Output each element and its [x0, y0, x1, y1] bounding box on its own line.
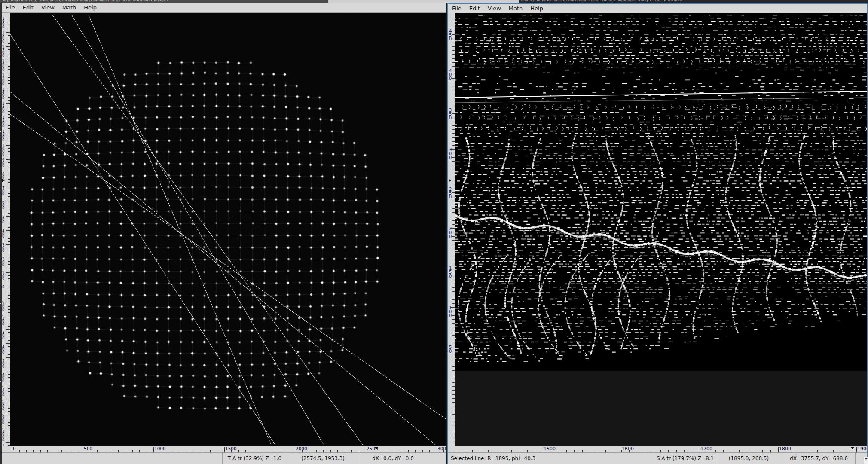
status-mode: S A tr (179.7%) Z=8.1	[655, 453, 715, 464]
menu-item-file[interactable]: File	[6, 4, 15, 11]
left-status-bar: T A tr (32.9%) Z=1.0 (2574.5, 1953.3) dX…	[2, 452, 446, 464]
menu-item-edit[interactable]: Edit	[469, 5, 480, 12]
ruler-label: - 1 0 0	[2, 300, 4, 311]
left-horizontal-ruler: 050010001500200025003000	[2, 446, 446, 452]
menu-item-help[interactable]: Help	[530, 5, 543, 12]
ruler-label: 1 1 0 0	[2, 130, 4, 141]
ruler-label: 3 0 0	[2, 244, 4, 252]
ruler-label: 4 0 0	[2, 229, 4, 238]
ruler-label: 2 0 0	[2, 258, 4, 266]
menu-item-math[interactable]: Math	[509, 5, 523, 12]
ruler-label: 1 4 0 0	[2, 88, 4, 99]
cursor-position-marker	[375, 447, 378, 449]
status-delta: dX=0.0, dY=0.0	[359, 453, 427, 464]
status-selection: Selected line: R=1895, phi=40.3	[448, 453, 655, 464]
ruler-label: 9 0 0	[2, 159, 4, 167]
ruler-label: - 5 0 0	[2, 357, 4, 368]
ruler-label: - 3 0 0	[2, 328, 4, 339]
ruler-label: 1 3 0 0	[2, 102, 4, 113]
ruler-label: 1 0 0	[449, 306, 452, 317]
menu-item-view[interactable]: View	[41, 4, 55, 11]
ruler-label: 3 5 0	[449, 109, 452, 120]
ruler-label: 2 0 0	[449, 227, 452, 238]
desktop: = [eddy.eighteen]: /Docs/CAO/PTA/Hartman…	[0, 0, 868, 464]
empty-canvas-background	[455, 371, 867, 446]
ruler-label: 1 6 0 0	[2, 60, 4, 71]
ruler-label: 3 0 0	[449, 148, 452, 159]
ruler-label: - 7 0 0	[2, 385, 4, 396]
ruler-label: 4 0 0	[449, 69, 452, 80]
right-vertical-ruler: 4 5 04 0 03 5 03 0 02 5 02 0 01 5 01 0 0…	[448, 13, 455, 446]
ruler-label: 0	[2, 286, 4, 289]
ruler-label: - 2 0 0	[2, 314, 4, 325]
ruler-label: 6 0 0	[2, 201, 4, 210]
status-mode: T A tr (32.9%) Z=1.0	[222, 453, 287, 464]
ruler-label: 1700	[700, 446, 712, 452]
cursor-position-marker	[2, 179, 5, 182]
ruler-label: 1 5 0 0	[2, 74, 4, 85]
transform-image[interactable]	[455, 13, 867, 371]
ruler-label: 1500	[544, 446, 556, 452]
left-window: FileEditViewMathHelp 1 9 0 01 8 0 01 7 0…	[2, 3, 446, 464]
menu-item-math[interactable]: Math	[62, 4, 76, 11]
ruler-label: 4 5 0	[449, 30, 452, 41]
ruler-label: 0	[13, 446, 16, 451]
ruler-label: 1900	[857, 446, 867, 452]
ruler-label: - 6 0 0	[2, 371, 4, 382]
cursor-position-marker	[851, 447, 854, 449]
ruler-label: - 4 0 0	[2, 342, 4, 354]
status-coordinates: (2574.5, 1953.3)	[287, 453, 359, 464]
ruler-label: 2000	[296, 446, 307, 451]
ruler-label: - 9 0 0	[2, 413, 4, 424]
menu-item-edit[interactable]: Edit	[23, 4, 34, 11]
left-menubar: FileEditViewMathHelp	[2, 3, 446, 13]
ruler-label: 1600	[622, 446, 634, 452]
right-horizontal-ruler: 15001600170018001900	[448, 446, 867, 452]
ruler-label: 2 5 0	[449, 188, 452, 199]
left-vertical-ruler: 1 9 0 01 8 0 01 7 0 01 6 0 01 5 0 01 4 0…	[2, 13, 10, 446]
ruler-label: 1 0 0 0	[2, 144, 4, 156]
right-window: FileEditViewMathHelp 4 5 04 0 03 5 03 0 …	[447, 3, 868, 464]
right-menubar: FileEditViewMathHelp	[448, 4, 867, 13]
ruler-label: 1 7 0 0	[2, 46, 4, 57]
status-delta: dX=3755.7, dY=688.6	[782, 453, 855, 464]
ruler-label: 1 8 0 0	[2, 31, 4, 43]
right-status-bar: Selected line: R=1895, phi=40.3 S A tr (…	[448, 452, 867, 464]
ruler-label: 1000	[154, 446, 166, 451]
ruler-label: 1 0 0	[2, 272, 4, 280]
menu-item-view[interactable]: View	[488, 5, 501, 12]
ruler-label: 5 0 0	[2, 215, 4, 224]
menu-item-help[interactable]: Help	[84, 4, 97, 11]
ruler-label: 1 5 0	[449, 267, 452, 278]
ruler-label: 500	[84, 446, 92, 451]
ruler-label: - 8 0 0	[2, 399, 4, 410]
left-window-title-text: = [eddy.eighteen]: /Docs/CAO/PTA/Hartman…	[3, 0, 328, 2]
ruler-label: - 1 1 0 0	[2, 441, 4, 446]
ruler-label: - 1 0 0 0	[2, 427, 4, 441]
background-window-title-text: /home/eddy/Docs/CAO/Education/Lectures/K…	[521, 0, 868, 2]
menu-item-file[interactable]: File	[452, 5, 462, 12]
background-window-peek: T	[864, 457, 868, 464]
cursor-position-marker	[449, 179, 451, 182]
ruler-label: 1 9 0 0	[2, 17, 4, 28]
ruler-label: 7 0 0	[2, 187, 4, 195]
ruler-label: 3000	[437, 446, 446, 451]
status-coordinates: (1895.0, 260.5)	[715, 453, 782, 464]
ruler-label: 1 2 0 0	[2, 116, 4, 127]
status-end-spacer	[427, 453, 446, 464]
status-message-area	[2, 453, 222, 464]
ruler-label: 5 0	[449, 346, 452, 354]
hartmann-spot-image[interactable]	[10, 13, 446, 446]
ruler-label: 1500	[225, 446, 237, 451]
ruler-label: 1800	[779, 446, 791, 452]
